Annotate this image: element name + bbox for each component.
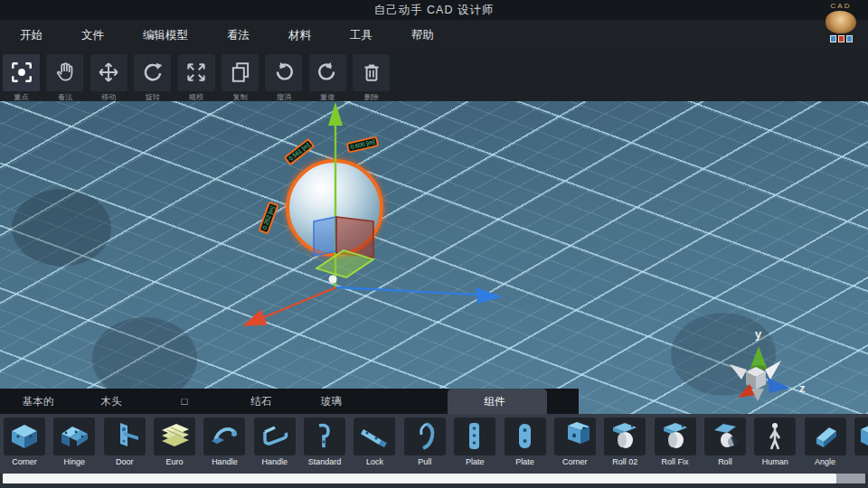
part-tile-handle[interactable] <box>203 418 245 455</box>
logo-burst-graphic <box>826 11 856 33</box>
nav-cone-y[interactable] <box>750 346 767 368</box>
menu-item-5[interactable]: 工具 <box>350 28 373 43</box>
part-tile-roll-fix[interactable] <box>655 418 696 455</box>
part-tile-plate[interactable] <box>454 418 495 455</box>
x-axis-gizmo[interactable] <box>242 287 336 326</box>
pallet-part-icon <box>154 418 195 455</box>
part-tile-roll-02[interactable] <box>604 418 646 455</box>
part-tile-hinge[interactable] <box>53 418 95 455</box>
menu-item-0[interactable]: 开始 <box>20 28 42 43</box>
part-label: Roll <box>704 457 746 466</box>
tab-2[interactable]: □ <box>182 389 188 414</box>
window-title: 自己动手 CAD 设计师 <box>0 0 868 20</box>
scrollbar-track-end <box>836 474 865 483</box>
z-axis-gizmo[interactable] <box>336 287 503 304</box>
menu-item-4[interactable]: 材料 <box>288 28 311 43</box>
tab-0[interactable]: 基本的 <box>23 389 54 414</box>
part-tile-angle[interactable] <box>805 418 846 455</box>
menu-item-1[interactable]: 文件 <box>81 28 104 43</box>
part-label: Lock <box>354 457 395 466</box>
tool-button-redo[interactable] <box>309 54 346 91</box>
tool-button-copy[interactable] <box>222 54 259 91</box>
nav-cone-z[interactable] <box>768 378 790 393</box>
origin-dot <box>329 276 337 284</box>
move-icon <box>90 61 127 84</box>
title-bar: 自己动手 CAD 设计师 <box>0 0 868 20</box>
nav-cone-white-nw[interactable] <box>730 364 747 380</box>
hinge-part-icon <box>53 418 95 455</box>
undo-icon <box>265 61 302 84</box>
orientation-gizmo[interactable]: y z <box>730 327 806 401</box>
part-label: Roll Fix <box>655 457 696 466</box>
bracket-part-icon <box>4 418 45 455</box>
scale-icon <box>178 61 215 84</box>
pull-part-icon <box>404 418 446 455</box>
part-tile-door[interactable] <box>104 418 146 455</box>
tool-button-undo[interactable] <box>265 54 302 91</box>
nav-label-y: y <box>755 327 762 341</box>
parts-scrollbar[interactable] <box>0 474 868 483</box>
nav-cone-white-ne[interactable] <box>765 361 781 380</box>
part-label: Corner <box>554 457 596 466</box>
tool-button-hand[interactable] <box>46 54 83 91</box>
menu-item-6[interactable]: 帮助 <box>411 28 434 43</box>
tpart-part-icon <box>854 418 868 455</box>
tool-button-scale[interactable] <box>178 54 215 91</box>
tool-button-rotate[interactable] <box>134 54 171 91</box>
part-tile-roll[interactable] <box>704 418 746 455</box>
part-label: T <box>854 457 868 466</box>
focus-icon <box>3 61 40 84</box>
part-tile-corner[interactable] <box>554 418 596 455</box>
tool-button-trash[interactable] <box>353 54 390 91</box>
bottom-strip <box>0 483 868 488</box>
part-label: Standard <box>304 457 345 466</box>
part-label: Roll 02 <box>604 457 646 466</box>
scrollbar-thumb[interactable] <box>3 474 836 483</box>
part-label: Handle <box>203 457 245 466</box>
part-label: Human <box>754 457 796 466</box>
rotate-icon <box>134 61 171 84</box>
hand-icon <box>46 61 83 84</box>
tool-button-focus[interactable] <box>3 54 40 91</box>
logo-blocks <box>816 35 865 42</box>
parts-library-panel: CornerHingeDoorEuroHandleHandleStandardL… <box>0 414 868 488</box>
part-label: Door <box>104 457 146 466</box>
part-tile-corner[interactable] <box>4 418 45 455</box>
part-label: Plate <box>454 457 495 466</box>
menu-bar: 开始文件编辑模型看法材料工具帮助 <box>0 20 868 52</box>
part-tile-standard[interactable] <box>304 418 345 455</box>
handle2-part-icon <box>254 418 296 455</box>
part-tile-plate[interactable] <box>505 418 546 455</box>
gizmo-overlay: y z <box>0 101 868 414</box>
plate2-part-icon <box>505 418 546 455</box>
part-label: Pull <box>404 457 446 466</box>
menu-item-3[interactable]: 看法 <box>227 28 250 43</box>
tab-components-active[interactable]: 组件 <box>485 389 505 414</box>
plane-handle-blue[interactable] <box>314 217 336 256</box>
3d-viewport[interactable]: y z 0.561 [m]0.600 [m]0.252 [m] <box>0 101 868 414</box>
angle-part-icon <box>805 418 846 455</box>
toolbar: Sphere 单元 Meter ▾ 位置 [m]X-0.561Y0Z-0.252… <box>0 52 868 101</box>
caster2-part-icon <box>704 418 746 455</box>
tool-button-move[interactable] <box>90 54 127 91</box>
caster-part-icon <box>655 418 696 455</box>
caster-part-icon <box>604 418 646 455</box>
trash-icon <box>353 61 390 84</box>
human-part-icon <box>754 418 796 455</box>
part-tile-human[interactable] <box>754 418 796 455</box>
part-tile-lock[interactable] <box>354 418 395 455</box>
tab-1[interactable]: 木头 <box>101 389 122 414</box>
part-tile-euro[interactable] <box>154 418 195 455</box>
copy-icon <box>222 61 259 84</box>
tab-3[interactable]: 结石 <box>251 389 272 414</box>
part-tile-t[interactable] <box>854 418 868 455</box>
standard-part-icon <box>304 418 345 455</box>
lock-part-icon <box>354 418 395 455</box>
app-logo: CAD <box>816 2 865 45</box>
part-tile-pull[interactable] <box>404 418 446 455</box>
handle-part-icon <box>203 418 245 455</box>
part-label: Angle <box>805 457 846 466</box>
tab-4[interactable]: 玻璃 <box>321 389 342 414</box>
menu-item-2[interactable]: 编辑模型 <box>143 28 188 43</box>
part-tile-handle[interactable] <box>254 418 296 455</box>
